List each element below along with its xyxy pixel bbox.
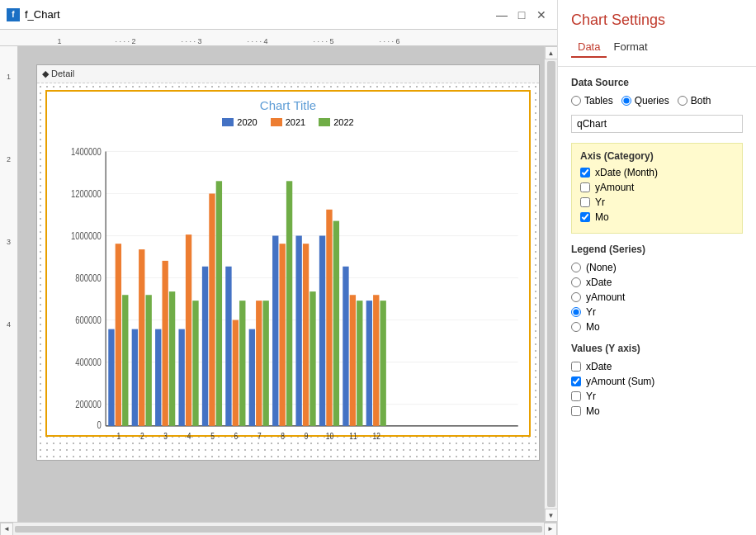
svg-text:400000: 400000 [75, 357, 102, 367]
svg-rect-31 [216, 181, 222, 426]
close-button[interactable]: ✕ [532, 6, 550, 24]
maximize-button[interactable]: □ [513, 6, 531, 24]
legend-yamount-radio[interactable] [571, 292, 581, 302]
values-mo[interactable]: Mo [571, 405, 743, 417]
axis-yamount[interactable]: yAmount [580, 182, 734, 193]
legend-item-2021: 2021 [271, 117, 305, 127]
axis-mo-checkbox[interactable] [580, 212, 590, 222]
scroll-thumb-horizontal[interactable] [15, 526, 542, 533]
radio-tables-input[interactable] [571, 96, 581, 106]
values-mo-checkbox[interactable] [571, 406, 581, 416]
axis-yr[interactable]: Yr [580, 196, 734, 208]
horizontal-ruler: 1 · · · · 2 · · · · 3 · · · · 4 · · · · … [0, 30, 557, 46]
chart-container[interactable]: Chart Title 2020 2021 [45, 90, 531, 437]
settings-tabs: Data Format [571, 37, 743, 58]
svg-text:7: 7 [258, 431, 262, 441]
svg-rect-36 [256, 301, 262, 426]
svg-text:8: 8 [281, 431, 285, 441]
legend-yr-radio[interactable] [571, 307, 581, 317]
svg-rect-41 [295, 236, 301, 426]
data-source-radio-group: Tables Queries Both [571, 95, 743, 107]
ruler-mark-1: 1 [26, 37, 92, 45]
radio-queries-input[interactable] [621, 96, 631, 106]
legend-none-radio[interactable] [571, 263, 581, 272]
values-xdate[interactable]: xDate [571, 361, 743, 372]
svg-text:1200000: 1200000 [71, 187, 102, 198]
axis-yr-checkbox[interactable] [580, 197, 590, 207]
svg-rect-45 [326, 210, 332, 426]
legend-color-2020 [222, 118, 234, 126]
legend-none[interactable]: (None) [571, 262, 743, 273]
minimize-button[interactable]: — [493, 6, 511, 24]
axis-yamount-checkbox[interactable] [580, 182, 590, 192]
legend-color-2022 [319, 118, 330, 126]
ruler-marks: 1 · · · · 2 · · · · 3 · · · · 4 · · · · … [26, 37, 423, 45]
values-xdate-checkbox[interactable] [571, 362, 581, 372]
ruler-mark-3: · · · · 3 [158, 37, 224, 45]
scroll-right-arrow[interactable]: ► [544, 523, 557, 536]
svg-text:11: 11 [349, 431, 357, 441]
legend-yr[interactable]: Yr [571, 306, 743, 318]
svg-rect-50 [366, 301, 372, 426]
radio-both-input[interactable] [678, 96, 687, 106]
query-input[interactable] [571, 115, 743, 133]
window-area: f f_Chart — □ ✕ 1 · · · · 2 · · · · 3 · … [0, 0, 557, 535]
svg-rect-17 [108, 329, 114, 426]
vertical-scrollbar[interactable]: ▲ ▼ [544, 46, 557, 522]
svg-text:1400000: 1400000 [71, 145, 102, 156]
ruler-mark-6: · · · · 6 [357, 37, 423, 45]
svg-rect-27 [186, 234, 191, 426]
axis-xdate-month-checkbox[interactable] [580, 168, 590, 178]
scroll-left-arrow[interactable]: ◄ [0, 523, 13, 536]
values-y-axis-label: Values (Y axis) [571, 343, 743, 354]
svg-rect-43 [309, 291, 315, 426]
axis-mo[interactable]: Mo [580, 211, 734, 223]
svg-text:4: 4 [187, 431, 191, 441]
legend-mo-radio[interactable] [571, 322, 581, 332]
svg-text:12: 12 [373, 431, 380, 441]
svg-text:10: 10 [326, 431, 334, 441]
scroll-up-arrow[interactable]: ▲ [545, 46, 558, 59]
svg-rect-46 [333, 221, 339, 426]
svg-rect-21 [139, 249, 144, 426]
horizontal-scrollbar[interactable]: ◄ ► [0, 522, 557, 535]
legend-mo[interactable]: Mo [571, 321, 743, 333]
svg-rect-47 [343, 267, 348, 426]
tab-format[interactable]: Format [607, 37, 654, 58]
svg-rect-52 [380, 301, 385, 426]
svg-text:2: 2 [140, 431, 144, 441]
axis-xdate-month[interactable]: xDate (Month) [580, 167, 734, 178]
svg-rect-32 [225, 267, 231, 426]
svg-rect-35 [249, 329, 255, 426]
values-yr[interactable]: Yr [571, 391, 743, 402]
legend-xdate[interactable]: xDate [571, 277, 743, 288]
legend-item-2022: 2022 [319, 117, 353, 127]
svg-rect-42 [303, 244, 309, 426]
values-yamount-sum-checkbox[interactable] [571, 376, 581, 386]
svg-rect-29 [202, 267, 208, 426]
legend-color-2021 [271, 118, 282, 126]
values-y-axis-section: Values (Y axis) xDate yAmount (Sum) Yr M… [571, 343, 743, 417]
svg-text:5: 5 [210, 431, 215, 441]
svg-rect-34 [239, 301, 245, 426]
legend-yamount[interactable]: yAmount [571, 291, 743, 303]
svg-rect-51 [373, 295, 379, 426]
svg-rect-22 [145, 295, 151, 426]
scroll-thumb-vertical[interactable] [547, 61, 555, 507]
chart-settings-panel: Chart Settings Data Format Data Source T… [557, 0, 756, 535]
radio-queries[interactable]: Queries [621, 95, 669, 107]
radio-both[interactable]: Both [678, 95, 711, 107]
legend-xdate-radio[interactable] [571, 277, 581, 287]
svg-rect-33 [233, 320, 239, 426]
values-yamount-sum[interactable]: yAmount (Sum) [571, 376, 743, 387]
svg-rect-20 [132, 329, 138, 426]
title-bar: f f_Chart — □ ✕ [0, 0, 557, 30]
values-yr-checkbox[interactable] [571, 391, 581, 401]
tab-data[interactable]: Data [571, 37, 607, 58]
svg-rect-39 [279, 244, 285, 426]
radio-tables[interactable]: Tables [571, 95, 613, 107]
svg-rect-38 [272, 236, 278, 426]
scroll-down-arrow[interactable]: ▼ [545, 509, 558, 522]
svg-text:6: 6 [234, 431, 239, 441]
svg-rect-26 [178, 329, 184, 426]
